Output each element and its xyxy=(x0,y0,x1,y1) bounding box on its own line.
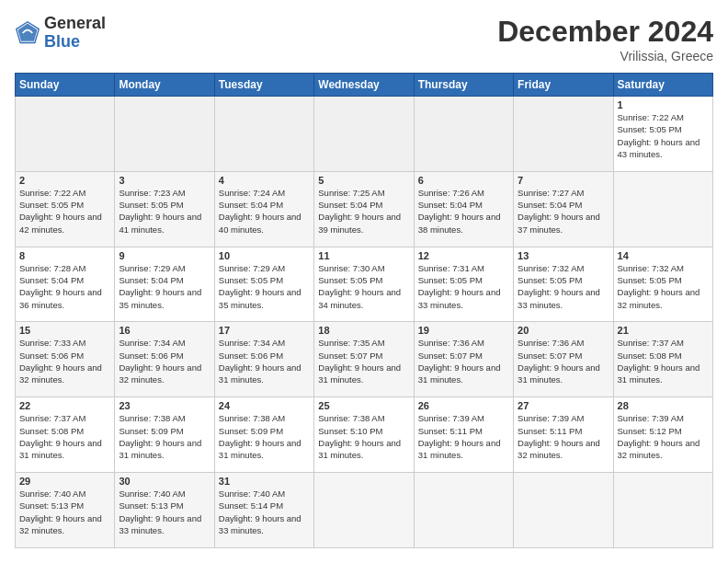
day-number: 16 xyxy=(119,325,210,336)
calendar-day-empty xyxy=(514,473,613,548)
day-info: Sunrise: 7:31 AMSunset: 5:05 PMDaylight:… xyxy=(418,262,509,311)
calendar-day: 31Sunrise: 7:40 AMSunset: 5:14 PMDayligh… xyxy=(214,473,313,548)
day-info: Sunrise: 7:38 AMSunset: 5:09 PMDaylight:… xyxy=(119,412,210,461)
calendar-day: 23Sunrise: 7:38 AMSunset: 5:09 PMDayligh… xyxy=(115,397,214,473)
day-info: Sunrise: 7:23 AMSunset: 5:05 PMDaylight:… xyxy=(119,187,210,236)
day-number: 11 xyxy=(318,250,409,261)
day-number: 19 xyxy=(418,325,509,336)
day-number: 15 xyxy=(19,325,110,336)
calendar-day: 30Sunrise: 7:40 AMSunset: 5:13 PMDayligh… xyxy=(115,473,214,548)
day-number: 25 xyxy=(318,400,409,411)
day-info: Sunrise: 7:29 AMSunset: 5:05 PMDaylight:… xyxy=(219,262,310,311)
day-info: Sunrise: 7:32 AMSunset: 5:05 PMDaylight:… xyxy=(518,262,609,311)
calendar-day: 7Sunrise: 7:27 AMSunset: 5:04 PMDaylight… xyxy=(514,171,613,247)
calendar-day-empty xyxy=(414,473,513,548)
day-number: 14 xyxy=(618,250,709,261)
calendar-day: 24Sunrise: 7:38 AMSunset: 5:09 PMDayligh… xyxy=(214,397,313,473)
calendar-day: 26Sunrise: 7:39 AMSunset: 5:11 PMDayligh… xyxy=(414,397,513,473)
day-info: Sunrise: 7:35 AMSunset: 5:07 PMDaylight:… xyxy=(318,337,409,385)
calendar-day-empty xyxy=(115,97,214,172)
calendar-day: 3Sunrise: 7:23 AMSunset: 5:05 PMDaylight… xyxy=(115,171,214,247)
day-info: Sunrise: 7:36 AMSunset: 5:07 PMDaylight:… xyxy=(418,337,509,385)
calendar-day: 16Sunrise: 7:34 AMSunset: 5:06 PMDayligh… xyxy=(115,322,214,397)
calendar-day: 19Sunrise: 7:36 AMSunset: 5:07 PMDayligh… xyxy=(414,322,513,397)
calendar-day-header: Friday xyxy=(514,74,613,97)
day-info: Sunrise: 7:28 AMSunset: 5:04 PMDaylight:… xyxy=(19,262,110,311)
location: Vrilissia, Greece xyxy=(497,49,713,63)
day-number: 8 xyxy=(19,250,110,261)
day-info: Sunrise: 7:26 AMSunset: 5:04 PMDaylight:… xyxy=(418,187,509,236)
calendar-day-header: Wednesday xyxy=(314,74,414,97)
day-number: 29 xyxy=(19,476,110,487)
day-number: 27 xyxy=(518,400,609,411)
day-info: Sunrise: 7:40 AMSunset: 5:13 PMDaylight:… xyxy=(19,488,110,536)
calendar-day: 12Sunrise: 7:31 AMSunset: 5:05 PMDayligh… xyxy=(414,247,513,322)
calendar-day-header: Saturday xyxy=(613,74,712,97)
day-number: 17 xyxy=(219,325,310,336)
day-number: 23 xyxy=(119,400,210,411)
calendar-day: 18Sunrise: 7:35 AMSunset: 5:07 PMDayligh… xyxy=(314,322,414,397)
calendar-day: 25Sunrise: 7:38 AMSunset: 5:10 PMDayligh… xyxy=(314,397,414,473)
calendar-day: 13Sunrise: 7:32 AMSunset: 5:05 PMDayligh… xyxy=(514,247,613,322)
day-number: 12 xyxy=(418,250,509,261)
day-info: Sunrise: 7:33 AMSunset: 5:06 PMDaylight:… xyxy=(19,337,110,385)
day-number: 24 xyxy=(219,400,310,411)
day-number: 4 xyxy=(219,175,310,186)
day-number: 31 xyxy=(219,476,310,487)
day-info: Sunrise: 7:37 AMSunset: 5:08 PMDaylight:… xyxy=(618,337,709,385)
day-info: Sunrise: 7:25 AMSunset: 5:04 PMDaylight:… xyxy=(318,187,409,236)
calendar-day: 6Sunrise: 7:26 AMSunset: 5:04 PMDaylight… xyxy=(414,171,513,247)
calendar-day-header: Tuesday xyxy=(214,74,313,97)
calendar-day: 21Sunrise: 7:37 AMSunset: 5:08 PMDayligh… xyxy=(613,322,712,397)
calendar-day-empty xyxy=(613,171,712,247)
calendar-week-row: 29Sunrise: 7:40 AMSunset: 5:13 PMDayligh… xyxy=(16,473,713,548)
calendar-day: 28Sunrise: 7:39 AMSunset: 5:12 PMDayligh… xyxy=(613,397,712,473)
day-info: Sunrise: 7:37 AMSunset: 5:08 PMDaylight:… xyxy=(19,412,110,461)
day-number: 2 xyxy=(19,175,110,186)
calendar-day-header: Monday xyxy=(115,74,214,97)
day-number: 7 xyxy=(518,175,609,186)
day-info: Sunrise: 7:22 AMSunset: 5:05 PMDaylight:… xyxy=(618,111,709,160)
day-number: 9 xyxy=(119,250,210,261)
logo-icon xyxy=(15,20,40,46)
calendar-day: 5Sunrise: 7:25 AMSunset: 5:04 PMDaylight… xyxy=(314,171,414,247)
day-info: Sunrise: 7:39 AMSunset: 5:11 PMDaylight:… xyxy=(418,412,509,461)
calendar-day: 15Sunrise: 7:33 AMSunset: 5:06 PMDayligh… xyxy=(16,322,115,397)
day-number: 6 xyxy=(418,175,509,186)
calendar-day-empty xyxy=(514,97,613,172)
calendar-table: SundayMondayTuesdayWednesdayThursdayFrid… xyxy=(15,73,713,548)
calendar-week-row: 22Sunrise: 7:37 AMSunset: 5:08 PMDayligh… xyxy=(16,397,713,473)
calendar-week-row: 1Sunrise: 7:22 AMSunset: 5:05 PMDaylight… xyxy=(16,97,713,172)
calendar-day-empty xyxy=(214,97,313,172)
day-number: 10 xyxy=(219,250,310,261)
calendar-header-row: SundayMondayTuesdayWednesdayThursdayFrid… xyxy=(16,74,713,97)
calendar-day: 2Sunrise: 7:22 AMSunset: 5:05 PMDaylight… xyxy=(16,171,115,247)
calendar-day: 10Sunrise: 7:29 AMSunset: 5:05 PMDayligh… xyxy=(214,247,313,322)
calendar-day: 17Sunrise: 7:34 AMSunset: 5:06 PMDayligh… xyxy=(214,322,313,397)
day-number: 5 xyxy=(318,175,409,186)
day-info: Sunrise: 7:22 AMSunset: 5:05 PMDaylight:… xyxy=(19,187,110,236)
calendar-page: General Blue December 2024 Vrilissia, Gr… xyxy=(0,0,728,563)
day-info: Sunrise: 7:29 AMSunset: 5:04 PMDaylight:… xyxy=(119,262,210,311)
day-number: 28 xyxy=(618,400,709,411)
day-number: 30 xyxy=(119,476,210,487)
day-info: Sunrise: 7:39 AMSunset: 5:12 PMDaylight:… xyxy=(618,412,709,461)
calendar-day-empty xyxy=(613,473,712,548)
day-info: Sunrise: 7:38 AMSunset: 5:09 PMDaylight:… xyxy=(219,412,310,461)
calendar-week-row: 15Sunrise: 7:33 AMSunset: 5:06 PMDayligh… xyxy=(16,322,713,397)
day-number: 13 xyxy=(518,250,609,261)
day-number: 21 xyxy=(618,325,709,336)
title-section: December 2024 Vrilissia, Greece xyxy=(497,15,713,63)
calendar-day: 14Sunrise: 7:32 AMSunset: 5:05 PMDayligh… xyxy=(613,247,712,322)
calendar-day: 4Sunrise: 7:24 AMSunset: 5:04 PMDaylight… xyxy=(214,171,313,247)
day-info: Sunrise: 7:40 AMSunset: 5:14 PMDaylight:… xyxy=(219,488,310,536)
calendar-day: 20Sunrise: 7:36 AMSunset: 5:07 PMDayligh… xyxy=(514,322,613,397)
day-info: Sunrise: 7:36 AMSunset: 5:07 PMDaylight:… xyxy=(518,337,609,385)
day-info: Sunrise: 7:24 AMSunset: 5:04 PMDaylight:… xyxy=(219,187,310,236)
day-info: Sunrise: 7:38 AMSunset: 5:10 PMDaylight:… xyxy=(318,412,409,461)
day-info: Sunrise: 7:40 AMSunset: 5:13 PMDaylight:… xyxy=(119,488,210,536)
calendar-day: 8Sunrise: 7:28 AMSunset: 5:04 PMDaylight… xyxy=(16,247,115,322)
calendar-day: 22Sunrise: 7:37 AMSunset: 5:08 PMDayligh… xyxy=(16,397,115,473)
logo: General Blue xyxy=(15,15,106,52)
day-number: 3 xyxy=(119,175,210,186)
